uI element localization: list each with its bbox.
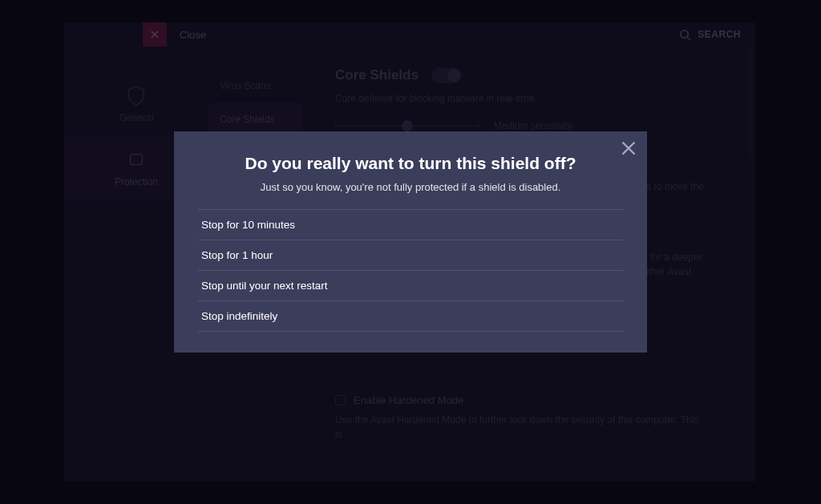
option-stop-indefinitely[interactable]: Stop indefinitely xyxy=(198,301,623,332)
disable-shield-modal: Do you really want to turn this shield o… xyxy=(174,131,647,353)
modal-options: Stop for 10 minutes Stop for 1 hour Stop… xyxy=(198,209,623,332)
modal-overlay: Do you really want to turn this shield o… xyxy=(0,0,821,504)
option-stop-1-hour[interactable]: Stop for 1 hour xyxy=(198,240,623,271)
modal-close-button[interactable] xyxy=(621,141,636,155)
option-stop-10-minutes[interactable]: Stop for 10 minutes xyxy=(198,209,623,240)
modal-subtitle: Just so you know, you're not fully prote… xyxy=(198,181,623,193)
modal-title: Do you really want to turn this shield o… xyxy=(198,154,623,173)
option-stop-until-restart[interactable]: Stop until your next restart xyxy=(198,271,623,301)
close-icon xyxy=(621,141,636,155)
